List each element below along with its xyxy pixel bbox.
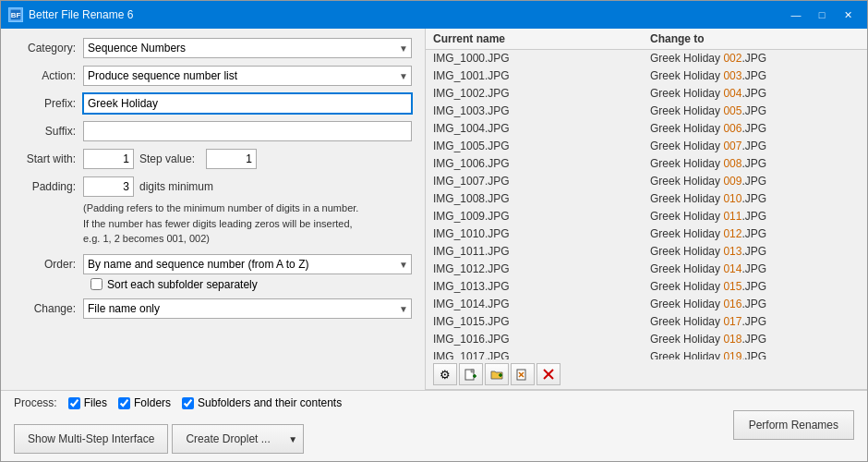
suffix-label: Suffix: (14, 125, 83, 138)
table-row[interactable]: IMG_1017.JPG Greek Holiday 019.JPG (426, 348, 867, 359)
prefix-input[interactable] (83, 93, 412, 114)
file-change-name: Greek Holiday 006.JPG (643, 122, 860, 135)
padding-label: Padding: (14, 180, 83, 193)
order-row: Order: By name and sequence number (from… (14, 254, 412, 274)
order-label: Order: (14, 258, 83, 271)
table-row[interactable]: IMG_1001.JPG Greek Holiday 003.JPG (426, 67, 867, 85)
file-current-name: IMG_1015.JPG (433, 315, 643, 328)
action-row: Action: Produce sequence number list ▼ (14, 66, 412, 86)
title-bar-left: BF Better File Rename 6 (8, 7, 133, 22)
file-current-name: IMG_1010.JPG (433, 227, 643, 240)
files-checkbox-item[interactable]: Files (68, 396, 107, 409)
order-select-wrap: By name and sequence number (from A to Z… (83, 254, 412, 274)
category-select[interactable]: Sequence Numbers (83, 38, 412, 58)
category-row: Category: Sequence Numbers ▼ (14, 38, 412, 58)
category-select-wrap: Sequence Numbers ▼ (83, 38, 412, 58)
table-row[interactable]: IMG_1011.JPG Greek Holiday 013.JPG (426, 243, 867, 261)
title-bar-controls: — □ ✕ (784, 6, 860, 23)
folders-checkbox-item[interactable]: Folders (118, 396, 171, 409)
table-row[interactable]: IMG_1016.JPG Greek Holiday 018.JPG (426, 331, 867, 348)
remove-button[interactable] (511, 363, 535, 385)
file-change-name: Greek Holiday 013.JPG (643, 245, 860, 258)
sort-subfolder-checkbox[interactable] (90, 278, 102, 290)
file-table-header: Current name Change to (426, 29, 867, 50)
category-label: Category: (14, 42, 83, 55)
table-row[interactable]: IMG_1002.JPG Greek Holiday 004.JPG (426, 85, 867, 103)
padding-row: Padding: digits minimum (14, 176, 412, 197)
file-change-name: Greek Holiday 008.JPG (643, 157, 860, 170)
subfolders-checkbox-item[interactable]: Subfolders and their contents (182, 396, 342, 409)
file-current-name: IMG_1013.JPG (433, 280, 643, 293)
create-droplet-button[interactable]: Create Droplet ... (172, 424, 283, 454)
subfolders-checkbox[interactable] (182, 397, 194, 409)
file-current-name: IMG_1000.JPG (433, 52, 643, 65)
file-current-name: IMG_1004.JPG (433, 122, 643, 135)
table-row[interactable]: IMG_1013.JPG Greek Holiday 015.JPG (426, 278, 867, 296)
suffix-input[interactable] (83, 121, 412, 141)
close-button[interactable]: ✕ (836, 6, 860, 23)
file-change-name: Greek Holiday 012.JPG (643, 227, 860, 240)
change-row: Change: File name only ▼ (14, 298, 412, 319)
table-row[interactable]: IMG_1012.JPG Greek Holiday 014.JPG (426, 261, 867, 278)
table-row[interactable]: IMG_1003.JPG Greek Holiday 005.JPG (426, 103, 867, 120)
table-row[interactable]: IMG_1014.JPG Greek Holiday 016.JPG (426, 296, 867, 313)
process-row: Process: Files Folders Subfolders and th… (14, 396, 342, 409)
process-label: Process: (14, 396, 57, 409)
start-input[interactable] (83, 149, 134, 169)
table-row[interactable]: IMG_1005.JPG Greek Holiday 007.JPG (426, 138, 867, 155)
window-title: Better File Rename 6 (29, 8, 133, 21)
folders-checkbox[interactable] (118, 397, 130, 409)
table-row[interactable]: IMG_1010.JPG Greek Holiday 012.JPG (426, 225, 867, 243)
file-current-name: IMG_1014.JPG (433, 298, 643, 310)
perform-renames-button[interactable]: Perform Renames (733, 410, 854, 440)
file-table-body[interactable]: IMG_1000.JPG Greek Holiday 002.JPG IMG_1… (426, 50, 867, 359)
suffix-row: Suffix: (14, 121, 412, 141)
sort-subfolder-label: Sort each subfolder separately (107, 278, 258, 291)
files-checkbox[interactable] (68, 397, 80, 409)
file-change-name: Greek Holiday 005.JPG (643, 104, 860, 117)
padding-input[interactable] (83, 176, 134, 197)
file-change-name: Greek Holiday 009.JPG (643, 175, 860, 188)
table-row[interactable]: IMG_1007.JPG Greek Holiday 009.JPG (426, 173, 867, 190)
clear-button[interactable] (536, 363, 561, 385)
action-select[interactable]: Produce sequence number list (83, 66, 412, 86)
right-panel: Current name Change to IMG_1000.JPG Gree… (426, 29, 867, 390)
maximize-button[interactable]: □ (810, 6, 834, 23)
change-select-wrap: File name only ▼ (83, 298, 412, 319)
main-content: Category: Sequence Numbers ▼ Action: Pro… (1, 29, 867, 390)
svg-marker-3 (471, 370, 474, 372)
main-window: BF Better File Rename 6 — □ ✕ Category: … (0, 0, 868, 462)
settings-button[interactable]: ⚙ (433, 363, 457, 385)
table-row[interactable]: IMG_1008.JPG Greek Holiday 010.JPG (426, 190, 867, 208)
file-current-name: IMG_1011.JPG (433, 245, 643, 258)
table-row[interactable]: IMG_1000.JPG Greek Holiday 002.JPG (426, 50, 867, 67)
hint-line3: e.g. 1, 2 becomes 001, 002) (83, 231, 412, 247)
file-current-name: IMG_1002.JPG (433, 87, 643, 100)
minimize-button[interactable]: — (784, 6, 808, 23)
table-row[interactable]: IMG_1006.JPG Greek Holiday 008.JPG (426, 155, 867, 173)
file-current-name: IMG_1007.JPG (433, 175, 643, 188)
svg-text:BF: BF (11, 11, 21, 19)
file-change-name: Greek Holiday 017.JPG (643, 315, 860, 328)
action-buttons: Show Multi-Step Interface Create Droplet… (14, 424, 342, 454)
sort-subfolder-row: Sort each subfolder separately (90, 278, 412, 291)
action-select-wrap: Produce sequence number list ▼ (83, 66, 412, 86)
table-row[interactable]: IMG_1015.JPG Greek Holiday 017.JPG (426, 313, 867, 331)
col-current-header: Current name (433, 32, 643, 45)
file-change-name: Greek Holiday 016.JPG (643, 298, 860, 310)
multi-step-button[interactable]: Show Multi-Step Interface (14, 424, 168, 454)
step-input[interactable] (206, 149, 257, 169)
create-droplet-arrow[interactable]: ▼ (283, 424, 304, 454)
file-current-name: IMG_1009.JPG (433, 210, 643, 223)
file-change-name: Greek Holiday 002.JPG (643, 52, 860, 65)
table-row[interactable]: IMG_1004.JPG Greek Holiday 006.JPG (426, 120, 867, 138)
app-icon: BF (8, 7, 23, 22)
order-select[interactable]: By name and sequence number (from A to Z… (83, 254, 412, 274)
add-file-button[interactable] (459, 363, 483, 385)
table-row[interactable]: IMG_1009.JPG Greek Holiday 011.JPG (426, 208, 867, 225)
file-current-name: IMG_1003.JPG (433, 104, 643, 117)
hint-box: (Padding refers to the minimum number of… (83, 201, 412, 247)
add-folder-button[interactable] (485, 363, 509, 385)
change-select[interactable]: File name only (83, 298, 412, 319)
bottom-left: Process: Files Folders Subfolders and th… (14, 396, 342, 454)
